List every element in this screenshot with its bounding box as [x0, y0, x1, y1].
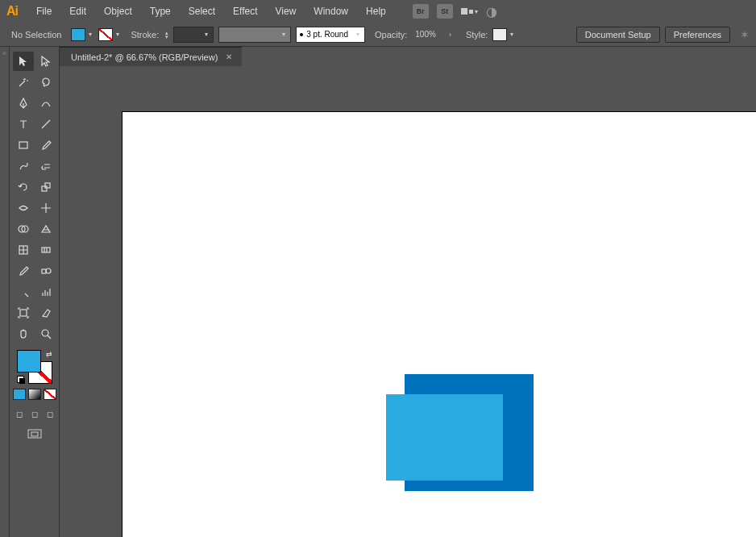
slice-tool[interactable] — [35, 303, 56, 323]
fill-dropdown-caret[interactable]: ▾ — [87, 31, 93, 38]
perspective-grid-tool[interactable] — [35, 219, 56, 239]
default-fill-stroke-icon[interactable] — [17, 376, 25, 384]
magic-wand-tool[interactable] — [13, 73, 34, 92]
fill-swatch[interactable] — [71, 28, 85, 41]
eraser-tool[interactable] — [35, 156, 56, 176]
svg-rect-2 — [45, 183, 50, 188]
stroke-color-control[interactable]: ▾ — [98, 28, 121, 41]
draw-normal-icon[interactable]: ◻ — [13, 408, 26, 419]
mesh-tool[interactable] — [13, 240, 34, 260]
eyedropper-tool[interactable] — [13, 261, 34, 281]
style-dropdown-caret[interactable]: ▾ — [509, 31, 515, 38]
svg-rect-0 — [19, 142, 27, 148]
blend-tool[interactable] — [35, 261, 56, 281]
paintbrush-tool[interactable] — [35, 135, 56, 155]
graphic-style-control[interactable]: ▾ — [492, 28, 515, 41]
document-tab[interactable]: Untitled-2* @ 66.67% (RGB/Preview) ✕ — [60, 47, 242, 66]
draw-behind-icon[interactable]: ◻ — [28, 408, 41, 419]
variable-width-profile-dropdown[interactable]: ▾ — [218, 27, 291, 43]
svg-rect-1 — [42, 186, 47, 191]
stroke-dropdown-caret[interactable]: ▾ — [114, 31, 121, 38]
stroke-weight-dropdown[interactable]: ▾ — [173, 27, 214, 43]
bridge-icon[interactable]: Br — [413, 4, 429, 19]
menu-window[interactable]: Window — [306, 2, 355, 20]
color-mode-row — [12, 389, 56, 400]
menu-bar: Ai File Edit Object Type Select Effect V… — [0, 0, 756, 23]
canvas-area[interactable]: Untitled-2* @ 66.67% (RGB/Preview) ✕ — [60, 47, 756, 537]
draw-mode-row: ◻ ◻ ◻ — [12, 408, 56, 419]
stock-icon[interactable]: St — [437, 4, 453, 19]
width-tool[interactable] — [13, 198, 34, 218]
direct-selection-tool[interactable] — [35, 52, 56, 71]
stroke-weight-label: Stroke: — [131, 30, 159, 40]
fill-stroke-indicator[interactable]: ⇄ — [17, 350, 52, 384]
draw-inside-icon[interactable]: ◻ — [44, 408, 56, 419]
pen-tool[interactable] — [13, 94, 34, 113]
line-segment-tool[interactable] — [35, 114, 56, 134]
style-swatch[interactable] — [492, 28, 507, 41]
artboard-tool[interactable] — [13, 303, 34, 323]
stroke-swatch[interactable] — [98, 28, 113, 41]
panel-collapse-handle[interactable]: « — [0, 47, 10, 537]
app-logo: Ai — [6, 4, 18, 19]
column-graph-tool[interactable] — [35, 282, 56, 302]
zoom-tool[interactable] — [35, 324, 56, 343]
scale-tool[interactable] — [35, 177, 56, 197]
menu-object[interactable]: Object — [97, 2, 139, 20]
rectangle-tool[interactable] — [13, 135, 34, 155]
fill-color-swatch[interactable] — [17, 350, 41, 373]
svg-rect-6 — [42, 248, 50, 252]
curvature-tool[interactable] — [35, 94, 56, 113]
opacity-flyout-icon[interactable]: › — [444, 31, 456, 39]
preferences-button[interactable]: Preferences — [665, 27, 730, 43]
shape-builder-tool[interactable] — [13, 219, 34, 239]
svg-rect-7 — [42, 269, 46, 273]
lasso-tool[interactable] — [35, 73, 56, 92]
brush-definition-dropdown[interactable]: 3 pt. Round ▾ — [296, 27, 365, 43]
stroke-weight-stepper[interactable]: ▴▾ — [165, 31, 168, 39]
symbol-sprayer-tool[interactable] — [13, 282, 34, 302]
selection-tool[interactable] — [13, 52, 34, 71]
free-transform-tool[interactable] — [35, 198, 56, 218]
opacity-label: Opacity: — [375, 30, 407, 40]
menu-view[interactable]: View — [268, 2, 304, 20]
color-mode-solid[interactable] — [13, 389, 26, 400]
opacity-value[interactable]: 100% — [412, 27, 439, 43]
screen-mode-button[interactable] — [27, 429, 42, 442]
color-mode-gradient[interactable] — [28, 389, 41, 400]
svg-rect-9 — [20, 310, 27, 316]
svg-point-10 — [42, 330, 48, 336]
type-tool[interactable] — [13, 114, 34, 134]
menu-type[interactable]: Type — [143, 2, 178, 20]
rotate-tool[interactable] — [13, 177, 34, 197]
align-flyout-icon[interactable]: ✶ — [740, 28, 750, 41]
artboard[interactable] — [122, 111, 756, 537]
svg-point-8 — [46, 268, 51, 273]
style-label: Style: — [466, 30, 488, 40]
control-bar: No Selection ▾ ▾ Stroke: ▴▾ ▾ ▾ 3 pt. Ro… — [0, 23, 756, 47]
rectangle-light-blue[interactable] — [386, 394, 503, 481]
menu-select[interactable]: Select — [181, 2, 222, 20]
menu-edit[interactable]: Edit — [62, 2, 93, 20]
menu-file[interactable]: File — [29, 2, 59, 20]
close-tab-icon[interactable]: ✕ — [226, 52, 232, 61]
swap-fill-stroke-icon[interactable]: ⇄ — [46, 350, 52, 358]
hand-tool[interactable] — [13, 324, 34, 343]
arrange-documents-icon[interactable]: ▾ — [461, 8, 478, 15]
tools-panel: ⇄ ◻ ◻ ◻ — [10, 47, 60, 537]
main-area: « — [0, 47, 756, 537]
svg-rect-12 — [31, 432, 38, 436]
color-mode-none[interactable] — [44, 389, 56, 400]
document-tab-title: Untitled-2* @ 66.67% (RGB/Preview) — [71, 52, 218, 62]
fill-color-control[interactable]: ▾ — [71, 28, 93, 41]
menu-effect[interactable]: Effect — [226, 2, 264, 20]
document-setup-button[interactable]: Document Setup — [576, 27, 660, 43]
selection-status: No Selection — [6, 27, 66, 42]
menu-help[interactable]: Help — [359, 2, 393, 20]
shaper-tool[interactable] — [13, 156, 34, 176]
gpu-preview-icon[interactable]: ◑ — [486, 4, 497, 19]
brush-name: 3 pt. Round — [306, 30, 348, 39]
brush-dot-icon — [300, 33, 303, 36]
gradient-tool[interactable] — [35, 240, 56, 260]
